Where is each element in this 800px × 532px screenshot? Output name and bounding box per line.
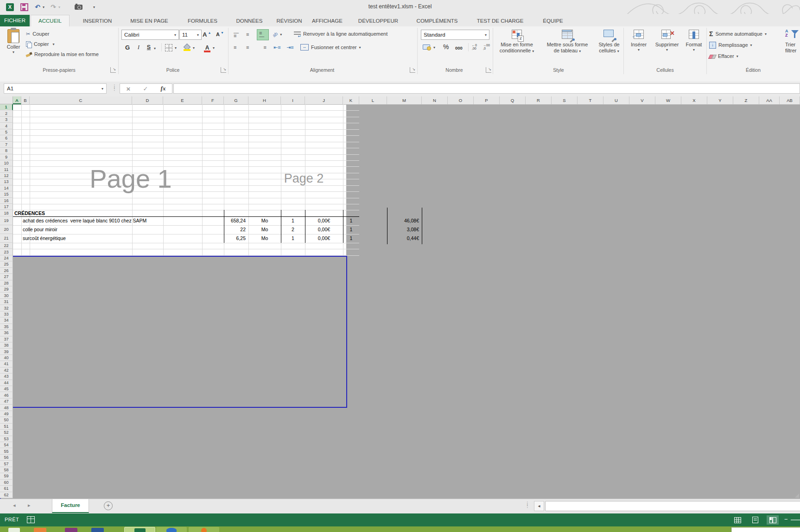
column-header-AA[interactable]: AA [759, 96, 780, 104]
grid-cell-M19[interactable]: 46,08€ [387, 216, 419, 225]
hscroll-thumb[interactable] [545, 501, 800, 511]
column-header-Z[interactable]: Z [733, 96, 759, 104]
grid-cell-I20[interactable]: 2 [281, 225, 305, 234]
row-header-6[interactable]: 6 [0, 135, 13, 141]
row-header-21[interactable]: 21 [0, 234, 13, 243]
sort-filter-button[interactable]: AZ Trier filtrer [785, 28, 800, 54]
hscroll-left-button[interactable]: ◂ [534, 501, 544, 511]
row-header-13[interactable]: 13 [0, 179, 13, 185]
row-header-57[interactable]: 57 [0, 461, 13, 467]
wrap-text-button[interactable]: ↵ Renvoyer à la ligne automatiquement [294, 29, 387, 38]
column-header-E[interactable]: E [163, 96, 202, 104]
clipboard-dialog-launcher[interactable]: ↘ [110, 67, 116, 73]
grid-cell-K19[interactable]: 1 [343, 216, 359, 225]
row-header-26[interactable]: 26 [0, 268, 13, 274]
row-header-37[interactable]: 37 [0, 336, 13, 342]
row-header-61[interactable]: 61 [0, 486, 13, 492]
column-header-P[interactable]: P [474, 96, 500, 104]
row-header-3[interactable]: 3 [0, 117, 13, 123]
ribbon-tab-fichier[interactable]: FICHIER [0, 15, 30, 26]
select-all-corner[interactable] [0, 96, 13, 104]
column-header-H[interactable]: H [248, 96, 281, 104]
font-dialog-launcher[interactable]: ↘ [221, 67, 226, 73]
row-header-30[interactable]: 30 [0, 292, 13, 298]
row-header-47[interactable]: 47 [0, 399, 13, 405]
grid-cell-J20[interactable]: 0,00€ [305, 225, 343, 234]
taskbar-app-button[interactable] [189, 527, 219, 532]
font-size-combo[interactable]: 11▾ [179, 30, 202, 40]
italic-button[interactable]: I [135, 43, 142, 52]
column-header-D[interactable]: D [132, 96, 163, 104]
row-header-48[interactable]: 48 [0, 405, 13, 411]
row-header-2[interactable]: 2 [0, 110, 13, 116]
grid-cell-H21[interactable]: Mo [248, 234, 281, 243]
align-top-button[interactable]: —≡ [232, 29, 243, 39]
row-header-55[interactable]: 55 [0, 448, 13, 454]
taskbar-app-icon[interactable] [34, 528, 46, 532]
column-header-L[interactable]: L [359, 96, 387, 104]
number-dialog-launcher[interactable]: ↘ [486, 67, 491, 73]
row-header-60[interactable]: 60 [0, 480, 13, 486]
comma-style-button[interactable]: 000 [455, 43, 463, 52]
row-header-24[interactable]: 24 [0, 255, 13, 261]
view-page-layout-button[interactable] [749, 515, 761, 525]
row-header-35[interactable]: 35 [0, 324, 13, 330]
increase-decimal-button[interactable]: ←0 ,00 [472, 42, 477, 51]
column-header-B[interactable]: B [21, 96, 30, 104]
borders-button[interactable]: ▾ [165, 43, 177, 52]
column-header-K[interactable]: K [343, 96, 359, 104]
row-header-20[interactable]: 20 [0, 225, 13, 234]
ribbon-tab-révision[interactable]: RÉVISION [274, 15, 304, 26]
row-header-11[interactable]: 11 [0, 166, 13, 172]
row-header-49[interactable]: 49 [0, 411, 13, 417]
cut-button[interactable]: ✂ Couper [26, 29, 49, 38]
row-header-44[interactable]: 44 [0, 380, 13, 386]
row-header-62[interactable]: 62 [0, 492, 13, 498]
column-header-A[interactable]: A [13, 96, 21, 104]
row-header-8[interactable]: 8 [0, 148, 13, 154]
name-box-dropdown[interactable]: ▾ [102, 87, 103, 91]
row-header-12[interactable]: 12 [0, 173, 13, 179]
column-header-U[interactable]: U [603, 96, 629, 104]
row-header-43[interactable]: 43 [0, 374, 13, 380]
cell-styles-button[interactable]: Styles de cellules [596, 28, 622, 54]
zoom-out-button[interactable]: − [784, 516, 788, 523]
align-center-button[interactable]: ≡ [244, 42, 255, 52]
ribbon-tab-mise-en-page[interactable]: MISE EN PAGE [124, 15, 174, 26]
column-header-R[interactable]: R [526, 96, 552, 104]
grid-cell-B21[interactable]: surcoût énergétique [23, 234, 66, 243]
percent-style-button[interactable]: % [443, 42, 449, 51]
formula-bar-grip[interactable]: ⋮⋮ [112, 85, 117, 90]
row-header-1[interactable]: 1 [0, 104, 13, 110]
ribbon-tab-formules[interactable]: FORMULES [184, 15, 222, 26]
row-header-53[interactable]: 53 [0, 436, 13, 442]
decrease-decimal-button[interactable]: →00 ,0 [483, 42, 490, 51]
insert-function-button[interactable]: fx [161, 85, 166, 92]
grid-cell-J21[interactable]: 0,00€ [305, 234, 343, 243]
row-header-10[interactable]: 10 [0, 160, 13, 166]
decrease-indent-button[interactable]: ⇤≡ [273, 43, 281, 52]
ribbon-tab-affichage[interactable]: AFFICHAGE [310, 15, 345, 26]
row-header-14[interactable]: 14 [0, 185, 13, 191]
row-header-40[interactable]: 40 [0, 355, 13, 361]
taskbar-app-button[interactable] [156, 527, 187, 532]
column-header-W[interactable]: W [655, 96, 681, 104]
underline-dropdown[interactable]: ▾ [154, 44, 156, 53]
column-header-C[interactable]: C [30, 96, 132, 104]
row-header-16[interactable]: 16 [0, 198, 13, 204]
bold-button[interactable]: G [123, 43, 132, 52]
column-header-O[interactable]: O [448, 96, 474, 104]
row-header-34[interactable]: 34 [0, 317, 13, 323]
row-header-41[interactable]: 41 [0, 361, 13, 367]
row-header-56[interactable]: 56 [0, 455, 13, 461]
formula-input[interactable] [173, 83, 800, 94]
delete-cells-button[interactable]: × Supprimer ▾ [653, 28, 681, 52]
grid-cell-J19[interactable]: 0,00€ [305, 216, 343, 225]
sheet-tab-facture[interactable]: Facture [52, 499, 89, 513]
row-header-33[interactable]: 33 [0, 311, 13, 317]
row-header-42[interactable]: 42 [0, 367, 13, 374]
align-middle-button[interactable]: ≡ [244, 29, 255, 39]
row-header-28[interactable]: 28 [0, 280, 13, 286]
tab-splitter-grip[interactable]: ⋮⋮ [525, 502, 530, 507]
ribbon-tab-données[interactable]: DONNÉES [231, 15, 268, 26]
